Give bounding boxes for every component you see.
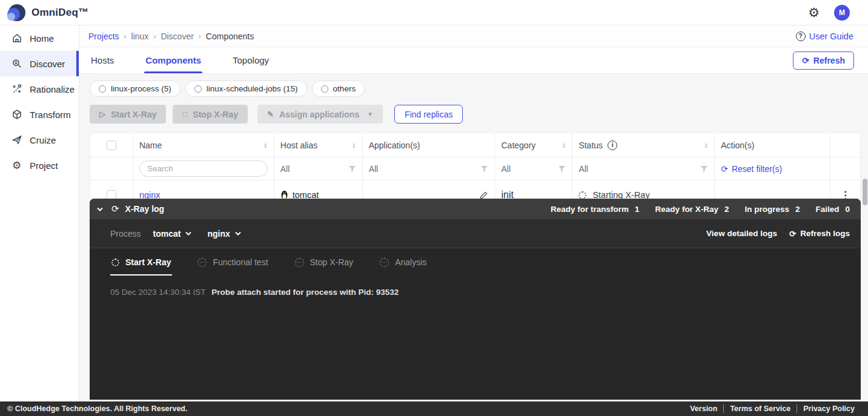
tab-components[interactable]: Components: [144, 47, 202, 73]
radio-icon: [321, 85, 328, 93]
pending-icon: ⋯: [295, 258, 304, 267]
column-header-host-alias: Host alias: [280, 140, 317, 150]
tab-bar: Hosts Components Topology ⟳ Refresh: [79, 47, 868, 74]
breadcrumb-separator: ›: [199, 32, 201, 41]
user-avatar[interactable]: M: [834, 5, 850, 21]
reset-filters-link[interactable]: ⟳ Reset filter(s): [721, 164, 782, 174]
tab-topology[interactable]: Topology: [231, 47, 270, 73]
footer-link-privacy[interactable]: Privacy Policy: [797, 404, 861, 413]
xray-counters: Ready for transform 1 Ready for X-Ray 2 …: [551, 205, 850, 214]
name-search-input[interactable]: [139, 160, 268, 177]
sidebar-item-label: Project: [30, 160, 58, 171]
collapse-chevron-icon[interactable]: [97, 207, 103, 211]
user-guide-link[interactable]: ? User Guide: [796, 31, 853, 41]
view-detailed-logs-link[interactable]: View detailed logs: [706, 229, 777, 238]
footer-link-version[interactable]: Version: [684, 404, 723, 413]
refresh-icon: ⟳: [789, 229, 796, 239]
settings-gear-icon[interactable]: ⚙: [808, 6, 820, 19]
sidebar-item-home[interactable]: Home: [0, 25, 79, 51]
process-dropdown-tomcat[interactable]: tomcat: [153, 229, 192, 239]
start-xray-button[interactable]: ▷ Start X-Ray: [90, 105, 166, 124]
status-filter-dropdown[interactable]: All: [578, 164, 708, 174]
funnel-icon: [558, 165, 566, 173]
chevron-down-icon: ▼: [367, 111, 373, 117]
paper-plane-icon: [11, 134, 22, 146]
reset-icon: ⟳: [721, 164, 728, 174]
column-header-category: Category: [501, 140, 535, 150]
radio-icon: [99, 85, 106, 93]
vertical-scrollbar[interactable]: [863, 179, 867, 205]
copyright-text: © CloudHedge Technologies. All Rights Re…: [7, 404, 187, 413]
sidebar-item-transform[interactable]: Transform: [0, 102, 79, 127]
sidebar-item-cruize[interactable]: Cruize: [0, 127, 79, 153]
sidebar-item-label: Home: [30, 33, 54, 44]
category-filter-dropdown[interactable]: All: [501, 164, 566, 174]
breadcrumb-separator: ›: [153, 32, 156, 41]
funnel-icon: [348, 165, 356, 173]
sidebar-item-label: Cruize: [30, 135, 56, 145]
breadcrumb-linux[interactable]: linux: [131, 31, 149, 41]
sort-icon[interactable]: ▲▼: [558, 142, 566, 148]
question-mark-icon: ?: [796, 31, 806, 41]
select-all-checkbox[interactable]: [107, 140, 116, 150]
xray-tab-functional-test[interactable]: ⋯ Functional test: [196, 248, 269, 276]
status-info-icon[interactable]: i: [608, 140, 617, 150]
home-icon: [11, 33, 22, 44]
filter-chips: linux-process (5) linux-scheduled-jobs (…: [90, 81, 365, 97]
footer-link-terms[interactable]: Terms of Service: [723, 404, 797, 413]
sidebar: Home Discover Rationalize Transform Crui…: [0, 25, 79, 401]
spinner-icon: [578, 191, 586, 199]
table-header-row: Name ▲▼ Host alias ▲▼ Application(s) Cat…: [90, 133, 860, 157]
breadcrumb-discover[interactable]: Discover: [161, 31, 193, 41]
sidebar-item-label: Rationalize: [30, 84, 75, 94]
counter-ready-for-xray[interactable]: Ready for X-Ray 2: [655, 205, 729, 214]
breadcrumb-separator: ›: [124, 32, 127, 41]
breadcrumb-projects[interactable]: Projects: [88, 31, 119, 41]
breadcrumb-bar: Projects › linux › Discover › Components…: [79, 25, 868, 47]
counter-value: 0: [845, 205, 850, 214]
xray-panel-title: X-Ray log: [125, 204, 165, 214]
breadcrumb-components: Components: [206, 31, 254, 41]
chip-others[interactable]: others: [312, 81, 365, 97]
cube-icon: [11, 109, 22, 121]
stop-xray-button[interactable]: □ Stop X-Ray: [173, 105, 248, 124]
chip-linux-scheduled-jobs[interactable]: linux-scheduled-jobs (15): [185, 81, 307, 97]
sidebar-item-rationalize[interactable]: Rationalize: [0, 76, 79, 102]
refresh-button[interactable]: ⟳ Refresh: [793, 51, 854, 70]
assign-applications-button[interactable]: ✎ Assign applications ▼: [257, 105, 383, 124]
counter-ready-for-transform[interactable]: Ready for transform 1: [551, 205, 640, 214]
footer: © CloudHedge Technologies. All Rights Re…: [0, 401, 868, 416]
xray-tab-stop-xray[interactable]: ⋯ Stop X-Ray: [294, 248, 355, 276]
find-replicas-button[interactable]: Find replicas: [394, 105, 463, 124]
column-header-status: Status: [578, 140, 603, 150]
xray-tab-analysis[interactable]: ⋯ Analysis: [379, 248, 428, 276]
xray-tab-start-xray[interactable]: Start X-Ray: [110, 248, 172, 276]
refresh-icon: ⟳: [802, 56, 809, 65]
funnel-icon: [480, 165, 488, 173]
tab-hosts[interactable]: Hosts: [90, 47, 115, 73]
sidebar-item-discover[interactable]: Discover: [0, 51, 79, 76]
sidebar-item-project[interactable]: ⚙ Project: [0, 153, 79, 178]
play-icon: ▷: [99, 110, 105, 119]
counter-failed[interactable]: Failed 0: [815, 205, 850, 214]
counter-value: 2: [724, 205, 729, 214]
app-logo: [7, 4, 25, 22]
host-alias-filter-dropdown[interactable]: All: [280, 164, 356, 174]
sort-icon[interactable]: ▲▼: [700, 142, 708, 148]
magnifier-icon: [11, 58, 22, 70]
refresh-logs-link[interactable]: ⟳ Refresh logs: [789, 229, 850, 239]
sort-icon[interactable]: ▲▼: [260, 142, 268, 148]
xray-refresh-icon: ⟳: [111, 203, 119, 214]
edit-pencil-icon[interactable]: [480, 191, 488, 199]
chip-linux-process[interactable]: linux-process (5): [90, 81, 181, 97]
stop-icon: □: [182, 110, 187, 119]
counter-in-progress[interactable]: In progress 2: [744, 205, 800, 214]
process-dropdown-nginx[interactable]: nginx: [207, 229, 240, 239]
pending-icon: ⋯: [197, 258, 207, 267]
xray-panel-header: ⟳ X-Ray log Ready for transform 1 Ready …: [90, 199, 861, 219]
funnel-icon: [700, 165, 708, 173]
action-buttons: ▷ Start X-Ray □ Stop X-Ray ✎ Assign appl…: [90, 105, 463, 124]
top-bar: OmniDeq™ ⚙ M: [0, 0, 868, 25]
sort-icon[interactable]: ▲▼: [348, 142, 356, 148]
applications-filter-dropdown[interactable]: All: [369, 164, 489, 174]
